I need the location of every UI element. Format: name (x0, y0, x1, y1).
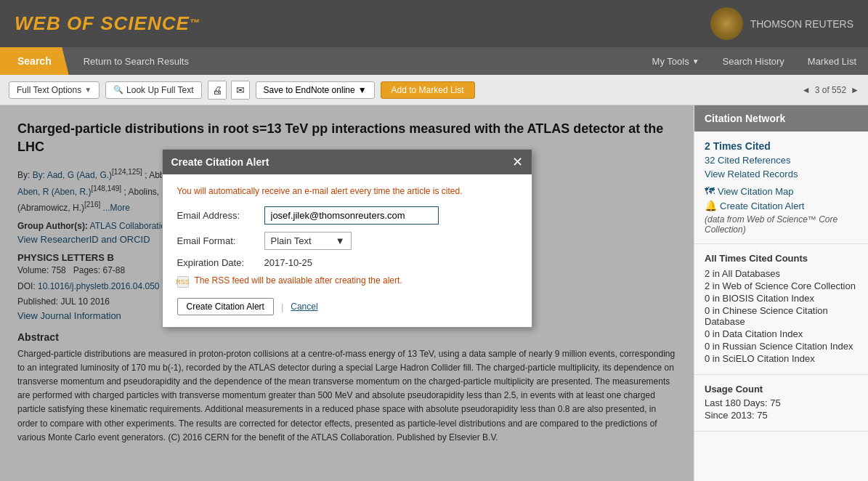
navbar: Search Return to Search Results My Tools… (0, 47, 868, 75)
format-row: Email Format: Plain Text ▼ (177, 232, 517, 250)
expiry-row: Expiration Date: 2017-10-25 (177, 257, 517, 268)
expiry-label: Expiration Date: (177, 257, 264, 268)
modal-header: Create Citation Alert ✕ (163, 150, 532, 174)
format-label: Email Format: (177, 235, 264, 246)
save-dropdown-icon: ▼ (358, 85, 367, 95)
usage-header: Usage Count (705, 384, 858, 395)
next-arrow-icon[interactable]: ► (851, 85, 859, 95)
header: WEB OF SCIENCE™ THOMSON REUTERS (0, 0, 868, 47)
citation-map-link[interactable]: 🗺 View Citation Map (705, 185, 858, 197)
prev-arrow-icon[interactable]: ◄ (802, 85, 811, 95)
usage-count-section: Usage Count Last 180 Days: 75 Since 2013… (694, 375, 868, 432)
modal-info-text: You will automatically receive an e-mail… (177, 186, 517, 196)
create-citation-alert-modal: Create Citation Alert ✕ You will automat… (162, 149, 532, 328)
modal-body: You will automatically receive an e-mail… (163, 174, 532, 327)
rss-info: RSS The RSS feed will be available after… (177, 275, 517, 288)
expiry-value: 2017-10-25 (264, 257, 313, 268)
toolbar-left: Full Text Options ▼ 🔍 Look Up Full Text … (9, 81, 475, 100)
biosis-count: 0 in BIOSIS Citation Index (705, 293, 858, 304)
navbar-right: My Tools ▼ Search History Marked List (641, 47, 868, 75)
modal-overlay: Create Citation Alert ✕ You will automat… (0, 105, 694, 481)
look-up-full-text-button[interactable]: 🔍 Look Up Full Text (105, 81, 202, 99)
wos-core-count: 2 in Web of Science Core Collection (705, 280, 858, 291)
modal-actions: Create Citation Alert | Cancel (177, 298, 517, 315)
all-times-cited-section: All Times Cited Counts 2 in All Database… (694, 244, 868, 375)
dropdown-arrow-icon: ▼ (84, 86, 92, 94)
marked-list-link[interactable]: Marked List (796, 47, 868, 75)
rss-icon: RSS (177, 276, 189, 288)
lookup-icon: 🔍 (113, 85, 123, 94)
scielo-count: 0 in SciELO Citation Index (705, 353, 858, 364)
chevron-down-icon: ▼ (692, 57, 699, 65)
nav-return-button[interactable]: Return to Search Results (69, 47, 203, 75)
article-area: Charged-particle distributions in root s… (0, 105, 694, 481)
bell-icon: 🔔 (705, 200, 717, 211)
logo: WEB OF SCIENCE™ (15, 12, 200, 35)
navbar-left: Search Return to Search Results (0, 47, 203, 75)
data-citation-count: 0 in Data Citation Index (705, 328, 858, 339)
times-cited-link[interactable]: 2 Times Cited (705, 140, 858, 152)
times-cited-section: 2 Times Cited 32 Cited References View R… (694, 132, 868, 244)
email-icon[interactable]: ✉ (231, 81, 250, 100)
my-tools-menu[interactable]: My Tools ▼ (641, 47, 711, 75)
full-text-options-button[interactable]: Full Text Options ▼ (9, 81, 100, 99)
related-records-link[interactable]: View Related Records (705, 169, 858, 179)
modal-close-button[interactable]: ✕ (512, 155, 523, 169)
since-2013-count: Since 2013: 75 (705, 410, 858, 421)
toolbar: Full Text Options ▼ 🔍 Look Up Full Text … (0, 75, 868, 105)
main-content: Charged-particle distributions in root s… (0, 105, 868, 481)
reuters-circle-icon (710, 7, 743, 40)
add-to-marked-list-button[interactable]: Add to Marked List (381, 81, 475, 99)
map-icon: 🗺 (705, 185, 715, 197)
chinese-db-count: 0 in Chinese Science Citation Database (705, 305, 858, 327)
last-180-count: Last 180 Days: 75 (705, 397, 858, 408)
create-citation-alert-link[interactable]: 🔔 Create Citation Alert (705, 200, 858, 211)
print-icon[interactable]: 🖨 (208, 81, 227, 100)
modal-title: Create Citation Alert (171, 156, 269, 168)
reuters-name: THOMSON REUTERS (750, 18, 853, 30)
nav-search-button[interactable]: Search (0, 47, 69, 75)
cited-references-link[interactable]: 32 Cited References (705, 155, 858, 166)
select-arrow-icon: ▼ (336, 235, 345, 246)
email-row: Email Address: (177, 206, 517, 225)
data-source-label: (data from Web of Science™ Core Collecti… (705, 214, 858, 235)
email-input[interactable] (264, 206, 439, 225)
search-history-link[interactable]: Search History (711, 47, 796, 75)
save-endnote-button[interactable]: Save to EndNote online ▼ (256, 81, 375, 99)
all-times-header: All Times Cited Counts (705, 253, 858, 264)
pagination: ◄ 3 of 552 ► (802, 85, 859, 95)
citation-network-header: Citation Network (694, 105, 868, 132)
toolbar-icons: 🖨 ✉ (208, 81, 250, 100)
reuters-logo: THOMSON REUTERS (710, 7, 853, 40)
cancel-button[interactable]: Cancel (291, 302, 317, 312)
email-label: Email Address: (177, 210, 264, 221)
create-alert-button[interactable]: Create Citation Alert (177, 298, 274, 315)
russian-sci-count: 0 in Russian Science Citation Index (705, 341, 858, 352)
all-dbs-count: 2 in All Databases (705, 268, 858, 279)
citation-network-sidebar: Citation Network 2 Times Cited 32 Cited … (694, 105, 868, 481)
format-select[interactable]: Plain Text ▼ (264, 232, 352, 250)
